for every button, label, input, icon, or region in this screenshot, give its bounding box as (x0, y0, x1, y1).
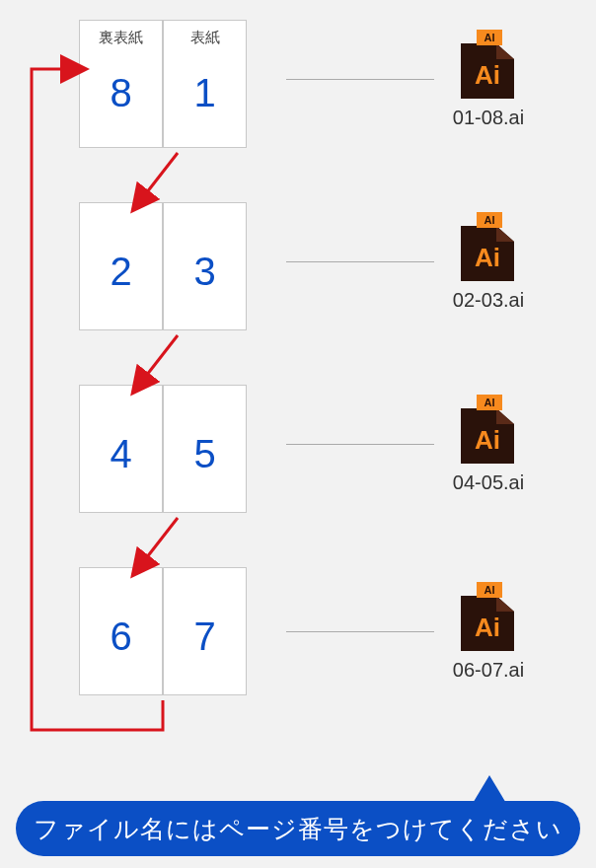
connector-line-3 (286, 444, 434, 445)
file-name-4: 06-07.ai (429, 659, 548, 682)
connector-line-1 (286, 79, 434, 80)
page-7: 7 (163, 567, 247, 695)
svg-text:Ai: Ai (475, 243, 500, 272)
page-number-6: 6 (110, 615, 131, 659)
page-number-2: 2 (110, 250, 131, 294)
page-label-back-cover: 裏表紙 (99, 29, 143, 47)
spread-3: 4 5 (79, 385, 247, 513)
page-number-3: 3 (193, 250, 215, 294)
page-6: 6 (79, 567, 163, 695)
ai-file-icon-3: AI Ai (459, 395, 518, 464)
file-name-2: 02-03.ai (429, 289, 548, 312)
page-3: 3 (163, 202, 247, 330)
svg-text:Ai: Ai (475, 613, 500, 642)
page-number-7: 7 (193, 615, 215, 659)
page-label-cover: 表紙 (190, 29, 220, 47)
instruction-text: ファイル名にはページ番号をつけてください (34, 813, 562, 845)
svg-text:AI: AI (484, 214, 495, 226)
svg-line-12 (143, 153, 178, 197)
spread-1: 裏表紙 8 表紙 1 (79, 20, 247, 148)
connector-line-2 (286, 261, 434, 262)
connector-line-4 (286, 631, 434, 632)
svg-text:Ai: Ai (475, 60, 500, 90)
page-2: 2 (79, 202, 163, 330)
spread-4: 6 7 (79, 567, 247, 695)
file-name-3: 04-05.ai (429, 471, 548, 494)
svg-line-13 (143, 335, 178, 380)
file-name-1: 01-08.ai (429, 107, 548, 129)
ai-file-icon-4: AI Ai (459, 582, 518, 651)
page-5: 5 (163, 385, 247, 513)
svg-text:AI: AI (484, 32, 495, 43)
page-number-1: 1 (193, 71, 215, 115)
page-8: 裏表紙 8 (79, 20, 163, 148)
svg-text:AI: AI (484, 397, 495, 408)
ai-file-icon-2: AI Ai (459, 212, 518, 281)
page-number-8: 8 (110, 71, 131, 115)
svg-text:AI: AI (484, 584, 495, 596)
page-number-5: 5 (193, 432, 215, 476)
page-number-4: 4 (110, 432, 131, 476)
svg-line-14 (143, 518, 178, 562)
page-1: 表紙 1 (163, 20, 247, 148)
spread-2: 2 3 (79, 202, 247, 330)
page-4: 4 (79, 385, 163, 513)
instruction-banner: ファイル名にはページ番号をつけてください (16, 801, 580, 856)
svg-text:Ai: Ai (475, 425, 500, 455)
ai-file-icon-1: AI Ai (459, 30, 518, 99)
